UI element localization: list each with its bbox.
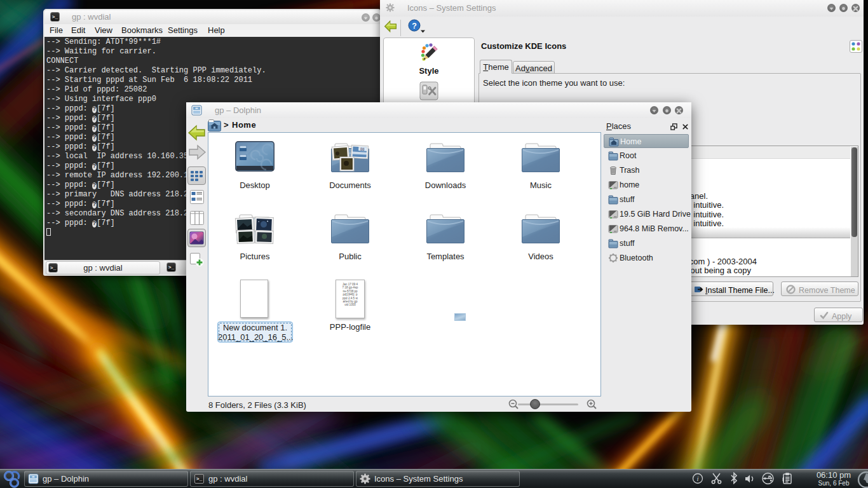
svg-text:?: ? <box>412 22 417 30</box>
svg-text:i: i <box>696 475 698 482</box>
svg-text:88: 88 <box>360 147 365 151</box>
